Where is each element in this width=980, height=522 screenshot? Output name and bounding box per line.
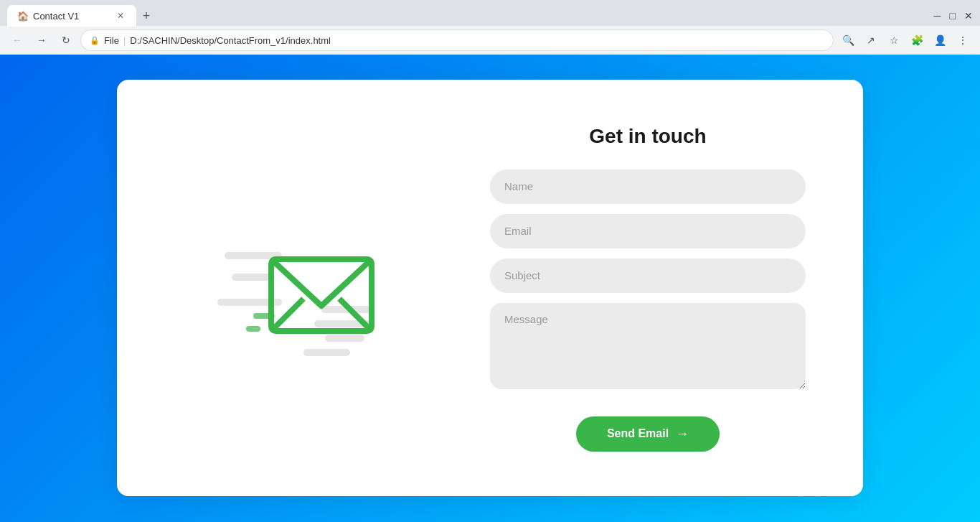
svg-rect-4 — [246, 326, 260, 332]
illustration-side — [146, 108, 461, 467]
svg-rect-7 — [325, 335, 364, 342]
title-bar: 🏠 Contact V1 ✕ + ─ □ ✕ — [0, 0, 980, 26]
page-content: Get in touch Send Email → — [0, 54, 980, 522]
send-email-button[interactable]: Send Email → — [576, 416, 720, 452]
motion-lines-svg — [210, 195, 397, 381]
url-text: D:/SACHIN/Desktop/ContactFrom_v1/index.h… — [130, 35, 331, 46]
message-field-group — [490, 303, 806, 392]
form-title: Get in touch — [490, 125, 806, 148]
address-separator: | — [123, 35, 126, 46]
share-icon-button[interactable]: ↗ — [861, 30, 881, 50]
contact-card: Get in touch Send Email → — [117, 80, 863, 496]
browser-tab[interactable]: 🏠 Contact V1 ✕ — [7, 5, 136, 27]
toolbar-actions: 🔍 ↗ ☆ 🧩 👤 ⋮ — [838, 30, 973, 50]
email-input[interactable] — [490, 214, 806, 248]
name-input[interactable] — [490, 169, 806, 204]
search-icon-button[interactable]: 🔍 — [838, 30, 858, 50]
menu-icon-button[interactable]: ⋮ — [953, 30, 973, 50]
back-button[interactable]: ← — [7, 30, 27, 50]
tab-title: Contact V1 — [33, 11, 79, 22]
tab-icon: 🏠 — [17, 11, 29, 22]
form-side: Get in touch Send Email → — [461, 108, 834, 467]
address-bar[interactable]: 🔒 File | D:/SACHIN/Desktop/ContactFrom_v… — [80, 29, 834, 51]
profile-icon-button[interactable]: 👤 — [930, 30, 950, 50]
extension-icon-button[interactable]: 🧩 — [907, 30, 927, 50]
close-window-button[interactable]: ✕ — [964, 10, 973, 22]
bookmark-icon-button[interactable]: ☆ — [884, 30, 904, 50]
name-field-group — [490, 169, 806, 204]
browser-toolbar: ← → ↻ 🔒 File | D:/SACHIN/Desktop/Contact… — [0, 26, 980, 55]
message-textarea[interactable] — [490, 303, 806, 389]
subject-field-group — [490, 258, 806, 293]
svg-rect-8 — [303, 349, 350, 356]
new-tab-button[interactable]: + — [136, 6, 156, 26]
forward-button[interactable]: → — [32, 30, 52, 50]
send-arrow-icon: → — [676, 427, 689, 442]
maximize-button[interactable]: □ — [950, 10, 956, 22]
protocol-label: File — [104, 35, 119, 46]
reload-button[interactable]: ↻ — [56, 30, 76, 50]
minimize-button[interactable]: ─ — [934, 10, 941, 22]
envelope-wrapper — [210, 195, 397, 381]
email-field-group — [490, 214, 806, 248]
subject-input[interactable] — [490, 258, 806, 293]
lock-icon: 🔒 — [90, 36, 100, 45]
window-controls: ─ □ ✕ — [934, 10, 973, 22]
tab-close-button[interactable]: ✕ — [115, 10, 126, 22]
browser-chrome: 🏠 Contact V1 ✕ + ─ □ ✕ ← → ↻ 🔒 File | D:… — [0, 0, 980, 54]
send-email-label: Send Email — [607, 427, 669, 440]
